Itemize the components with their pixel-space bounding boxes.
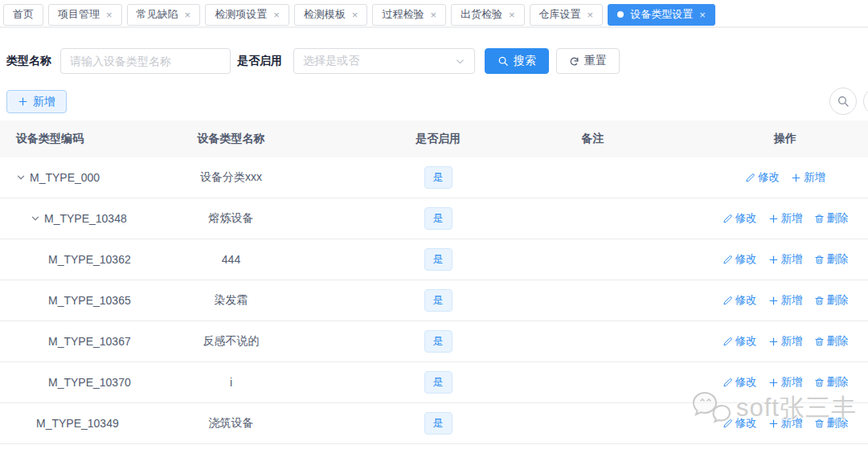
tab-close-icon[interactable]: × bbox=[185, 10, 191, 20]
column-header-code: 设备类型编码 bbox=[0, 132, 153, 146]
row-name: 熔炼设备 bbox=[153, 211, 309, 226]
edit-link[interactable]: 修改 bbox=[723, 334, 757, 349]
enabled-tag: 是 bbox=[424, 289, 452, 312]
plus-icon bbox=[768, 378, 779, 388]
pencil-icon bbox=[723, 255, 733, 265]
table-row: M_TYPE_10367 反感不说的 是 修改新增删除 bbox=[0, 321, 868, 362]
add-button[interactable]: 新增 bbox=[6, 90, 67, 113]
tab[interactable]: 设备类型设置 × bbox=[608, 4, 715, 26]
enabled-tag: 是 bbox=[424, 166, 452, 189]
active-tab-dot-icon bbox=[617, 11, 624, 18]
magnifier-icon bbox=[497, 55, 509, 67]
tab[interactable]: 仓库设置 × bbox=[530, 4, 604, 26]
tab[interactable]: 过程检验 × bbox=[372, 4, 446, 26]
delete-link[interactable]: 删除 bbox=[814, 334, 849, 349]
edit-link[interactable]: 修改 bbox=[723, 293, 757, 308]
add-link[interactable]: 新增 bbox=[768, 293, 803, 308]
tab-label: 首页 bbox=[13, 7, 34, 22]
table-header-row: 设备类型编码 设备类型名称 是否启用 备注 操作 bbox=[0, 120, 868, 157]
tab-close-icon[interactable]: × bbox=[106, 10, 113, 20]
add-link[interactable]: 新增 bbox=[768, 334, 803, 349]
row-name: 浇筑设备 bbox=[153, 416, 309, 431]
action-label: 修改 bbox=[758, 170, 780, 185]
pencil-icon bbox=[745, 173, 755, 183]
search-button[interactable]: 搜索 bbox=[485, 48, 549, 74]
tab-close-icon[interactable]: × bbox=[352, 10, 358, 20]
edit-link[interactable]: 修改 bbox=[723, 416, 757, 431]
tab-label: 过程检验 bbox=[382, 7, 424, 22]
type-name-input[interactable] bbox=[60, 48, 231, 74]
action-label: 修改 bbox=[735, 334, 757, 349]
reset-button[interactable]: 重置 bbox=[556, 48, 620, 74]
tab-close-icon[interactable]: × bbox=[699, 10, 706, 20]
row-code: M_TYPE_10348 bbox=[44, 212, 127, 225]
action-label: 修改 bbox=[735, 211, 757, 226]
add-link[interactable]: 新增 bbox=[768, 252, 803, 267]
row-actions: 修改新增删除 bbox=[702, 375, 868, 390]
row-code: M_TYPE_000 bbox=[30, 171, 100, 184]
trash-icon bbox=[814, 255, 825, 265]
tab-label: 检测项设置 bbox=[215, 7, 267, 22]
chevron-down-icon[interactable] bbox=[16, 173, 26, 182]
table-refresh-button[interactable] bbox=[863, 88, 868, 115]
column-header-name: 设备类型名称 bbox=[153, 132, 309, 146]
delete-link[interactable]: 删除 bbox=[814, 375, 849, 390]
action-label: 新增 bbox=[781, 293, 803, 308]
tab-label: 出货检验 bbox=[461, 7, 502, 22]
tab-close-icon[interactable]: × bbox=[430, 10, 436, 20]
row-name: 设备分类xxx bbox=[153, 170, 309, 185]
action-label: 删除 bbox=[827, 293, 849, 308]
edit-link[interactable]: 修改 bbox=[723, 211, 757, 226]
delete-link[interactable]: 删除 bbox=[814, 252, 849, 267]
delete-link[interactable]: 删除 bbox=[814, 293, 849, 308]
tab[interactable]: 首页 bbox=[3, 4, 43, 26]
enabled-label: 是否启用 bbox=[237, 54, 282, 68]
row-name: 444 bbox=[153, 253, 309, 266]
plus-icon bbox=[791, 173, 801, 183]
tab-close-icon[interactable]: × bbox=[509, 10, 515, 20]
pencil-icon bbox=[723, 214, 733, 224]
tab-label: 仓库设置 bbox=[539, 7, 581, 22]
delete-link[interactable]: 删除 bbox=[814, 211, 849, 226]
pencil-icon bbox=[723, 296, 733, 306]
tab[interactable]: 项目管理 × bbox=[48, 4, 122, 26]
tab-bar: 首页 项目管理 × 常见缺陷 × 检测项设置 × 检测模板 × 过程检验 × 出… bbox=[0, 0, 868, 27]
column-header-enabled: 是否启用 bbox=[309, 132, 567, 146]
action-label: 删除 bbox=[827, 252, 849, 267]
action-label: 新增 bbox=[781, 416, 803, 431]
add-link[interactable]: 新增 bbox=[768, 375, 803, 390]
table-search-toggle-button[interactable] bbox=[829, 88, 857, 115]
tab[interactable]: 常见缺陷 × bbox=[127, 4, 201, 26]
tab-close-icon[interactable]: × bbox=[273, 10, 280, 20]
delete-link[interactable]: 删除 bbox=[814, 416, 849, 431]
trash-icon bbox=[814, 337, 825, 347]
row-name: 染发霜 bbox=[153, 293, 309, 308]
plus-icon bbox=[768, 418, 779, 429]
column-header-actions: 操作 bbox=[702, 132, 868, 146]
enabled-tag: 是 bbox=[424, 207, 452, 230]
enabled-select[interactable]: 选择是或否 bbox=[293, 48, 475, 74]
edit-link[interactable]: 修改 bbox=[723, 375, 757, 390]
chevron-down-icon bbox=[455, 56, 465, 67]
edit-link[interactable]: 修改 bbox=[723, 252, 757, 267]
chevron-down-icon[interactable] bbox=[31, 214, 40, 223]
add-link[interactable]: 新增 bbox=[791, 170, 825, 185]
refresh-icon bbox=[569, 56, 579, 67]
add-link[interactable]: 新增 bbox=[768, 416, 803, 431]
tab-label: 项目管理 bbox=[58, 7, 100, 22]
action-label: 新增 bbox=[781, 252, 803, 267]
tab-close-icon[interactable]: × bbox=[588, 10, 594, 20]
tab[interactable]: 检测项设置 × bbox=[205, 4, 289, 26]
action-label: 新增 bbox=[781, 211, 803, 226]
action-label: 删除 bbox=[827, 334, 849, 349]
type-name-label: 类型名称 bbox=[6, 54, 51, 68]
tab[interactable]: 检测模板 × bbox=[294, 4, 368, 26]
plus-icon bbox=[768, 214, 779, 224]
edit-link[interactable]: 修改 bbox=[745, 170, 780, 185]
action-label: 新增 bbox=[781, 334, 803, 349]
add-link[interactable]: 新增 bbox=[768, 211, 803, 226]
tab[interactable]: 出货检验 × bbox=[451, 4, 525, 26]
plus-icon bbox=[768, 255, 779, 265]
enabled-tag: 是 bbox=[424, 412, 452, 435]
row-code: M_TYPE_10362 bbox=[48, 253, 131, 266]
